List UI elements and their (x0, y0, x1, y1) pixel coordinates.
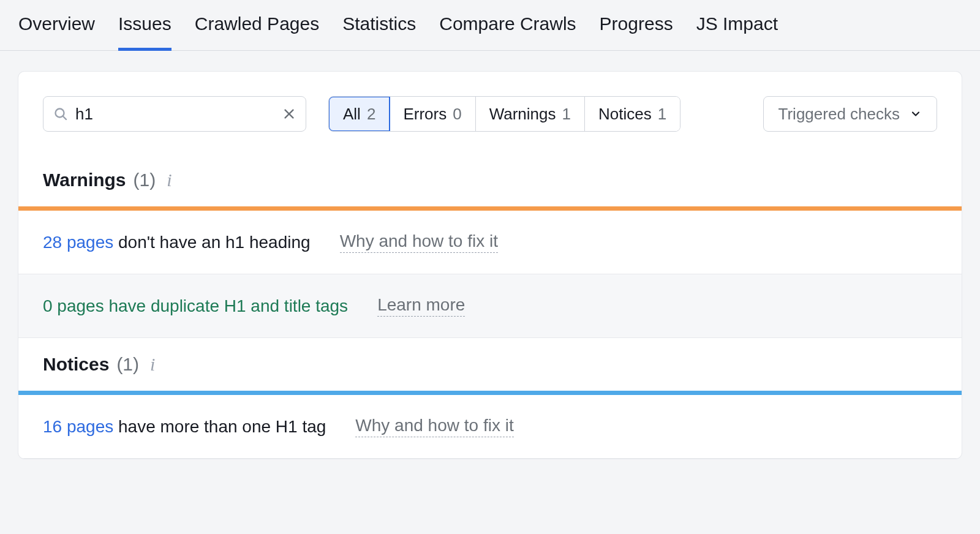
notice-text: 16 pages have more than one H1 tag (43, 417, 326, 437)
notices-title: Notices (43, 354, 109, 375)
filter-notices[interactable]: Notices 1 (585, 97, 680, 131)
pages-link[interactable]: 16 pages (43, 417, 113, 436)
filter-warnings-label: Warnings (489, 105, 556, 124)
search-box (43, 96, 306, 132)
search-input[interactable] (68, 105, 282, 124)
toolbar: All 2 Errors 0 Warnings 1 Notices 1 Trig… (18, 72, 962, 154)
notice-desc: have more than one H1 tag (113, 417, 326, 436)
clear-icon[interactable] (282, 107, 296, 121)
triggered-checks-dropdown[interactable]: Triggered checks (763, 96, 937, 132)
warnings-stripe (18, 206, 962, 211)
warnings-count: (1) (134, 170, 156, 190)
filter-errors-label: Errors (403, 105, 447, 124)
warning-text: 28 pages don't have an h1 heading (43, 233, 311, 252)
learn-more-link[interactable]: Learn more (377, 295, 465, 317)
notices-count: (1) (116, 354, 139, 375)
filter-all[interactable]: All 2 (328, 96, 390, 132)
info-icon[interactable]: i (146, 354, 155, 375)
filter-all-label: All (343, 105, 361, 124)
warning-desc: don't have an h1 heading (113, 233, 310, 252)
warning-row: 0 pages have duplicate H1 and title tags… (18, 274, 962, 338)
fix-hint-link[interactable]: Why and how to fix it (340, 231, 498, 253)
dropdown-label: Triggered checks (778, 105, 900, 124)
chevron-down-icon (910, 108, 922, 120)
warning-desc: 0 pages have duplicate H1 and title tags (43, 296, 348, 316)
notices-header: Notices (1) i (18, 338, 962, 391)
issue-type-filter: All 2 Errors 0 Warnings 1 Notices 1 (328, 96, 680, 132)
notice-row: 16 pages have more than one H1 tag Why a… (18, 395, 962, 459)
pages-link[interactable]: 28 pages (43, 233, 113, 252)
filter-errors[interactable]: Errors 0 (390, 97, 475, 131)
filter-notices-label: Notices (598, 105, 652, 124)
info-icon[interactable]: i (163, 170, 172, 190)
filter-warnings[interactable]: Warnings 1 (476, 97, 585, 131)
issues-card: All 2 Errors 0 Warnings 1 Notices 1 Trig… (18, 72, 962, 459)
filter-all-count: 2 (367, 105, 375, 124)
top-tabs: Overview Issues Crawled Pages Statistics… (0, 0, 980, 51)
tab-progress[interactable]: Progress (600, 13, 673, 50)
fix-hint-link[interactable]: Why and how to fix it (355, 416, 513, 437)
tab-overview[interactable]: Overview (18, 13, 95, 50)
warnings-title: Warnings (43, 170, 126, 190)
filter-errors-count: 0 (453, 105, 461, 124)
filter-notices-count: 1 (658, 105, 666, 124)
tab-issues[interactable]: Issues (118, 13, 172, 50)
filter-warnings-count: 1 (562, 105, 570, 124)
search-icon (53, 107, 68, 121)
svg-line-1 (63, 116, 67, 120)
tab-statistics[interactable]: Statistics (342, 13, 416, 50)
warnings-header: Warnings (1) i (18, 154, 962, 206)
tab-crawled-pages[interactable]: Crawled Pages (195, 13, 319, 50)
warning-row: 28 pages don't have an h1 heading Why an… (18, 211, 962, 274)
notices-stripe (18, 391, 962, 395)
tab-compare-crawls[interactable]: Compare Crawls (439, 13, 576, 50)
tab-js-impact[interactable]: JS Impact (696, 13, 778, 50)
